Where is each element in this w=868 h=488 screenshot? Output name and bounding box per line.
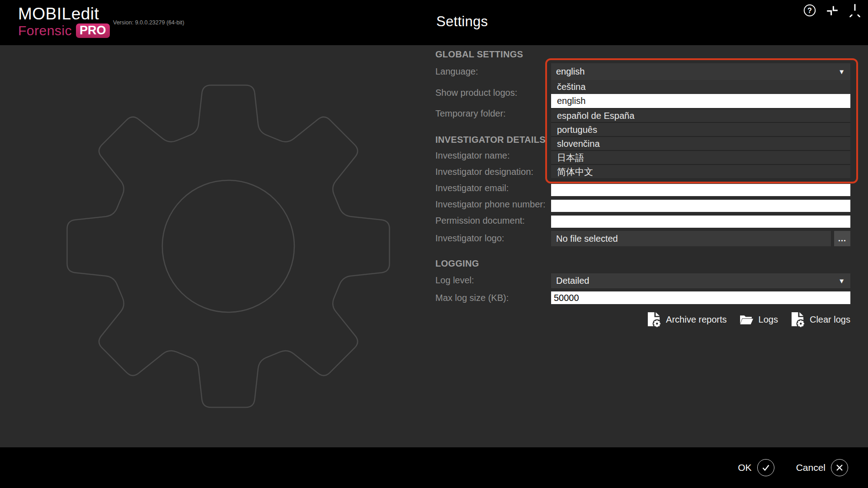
clear-logs-label: Clear logs (810, 314, 850, 325)
folder-icon (740, 314, 754, 325)
language-option[interactable]: español de España (551, 108, 850, 122)
power-icon (848, 4, 862, 17)
clear-logs-button[interactable]: Clear logs (791, 312, 850, 328)
top-bar: MOBILedit Forensic PRO Version: 9.0.0.23… (0, 0, 868, 45)
permission-document-label: Permission document: (435, 216, 525, 226)
language-option[interactable]: 日本語 (551, 150, 850, 164)
logs-button[interactable]: Logs (740, 314, 778, 325)
logs-label: Logs (759, 314, 778, 325)
language-option[interactable]: português (551, 122, 850, 136)
power-button[interactable] (848, 4, 862, 17)
ok-label: OK (738, 462, 751, 473)
dock-window-icon (826, 5, 838, 16)
log-level-dropdown[interactable]: Detailed ▼ (551, 273, 850, 288)
investigator-designation-label: Investigator designation: (435, 167, 533, 177)
logo-secondary: Forensic (18, 24, 72, 38)
svg-text:?: ? (807, 7, 812, 14)
chevron-down-icon: ▼ (838, 277, 845, 285)
page-title: Settings (436, 14, 488, 30)
investigator-email-field[interactable] (551, 184, 850, 196)
browse-button[interactable]: ... (834, 231, 850, 246)
investigator-email-label: Investigator email: (435, 183, 509, 193)
archive-reports-label: Archive reports (666, 314, 727, 325)
language-option[interactable]: slovenčina (551, 136, 850, 150)
logo-primary: MOBILedit (18, 5, 110, 22)
cancel-button[interactable]: Cancel (796, 459, 848, 476)
app-logo: MOBILedit Forensic PRO (18, 5, 110, 38)
investigator-logo-label: Investigator logo: (435, 233, 504, 244)
language-dropdown-value: english (556, 66, 838, 77)
document-gear-icon (647, 312, 661, 328)
permission-document-field[interactable] (551, 216, 850, 228)
cancel-label: Cancel (796, 462, 826, 473)
check-icon (757, 459, 774, 476)
temp-folder-label: Temporary folder: (435, 108, 506, 119)
chevron-down-icon: ▼ (838, 68, 845, 75)
gear-watermark (63, 81, 393, 411)
archive-reports-button[interactable]: Archive reports (647, 312, 727, 328)
investigator-logo-value: No file selected (556, 234, 618, 244)
global-settings-header: GLOBAL SETTINGS (435, 49, 523, 60)
ok-button[interactable]: OK (738, 459, 774, 476)
language-label: Language: (435, 66, 478, 77)
bottom-bar: OK Cancel (0, 447, 868, 488)
investigator-phone-field[interactable] (551, 200, 850, 212)
document-gear-icon (791, 312, 805, 328)
language-option[interactable]: 简体中文 (551, 164, 850, 178)
max-log-size-label: Max log size (KB): (435, 293, 509, 303)
log-level-value: Detailed (556, 276, 838, 286)
log-level-label: Log level: (435, 275, 474, 286)
investigator-phone-label: Investigator phone number: (435, 199, 546, 210)
close-icon (831, 459, 848, 476)
ellipsis-icon: ... (838, 234, 846, 244)
pro-badge: PRO (76, 23, 110, 38)
logging-header: LOGGING (435, 258, 479, 269)
investigator-logo-field[interactable]: No file selected (551, 231, 831, 246)
max-log-size-input[interactable] (551, 291, 850, 304)
help-button[interactable]: ? (803, 4, 816, 17)
dock-window-button[interactable] (826, 4, 839, 17)
language-option-list: češtinaenglishespañol de Españaportuguês… (551, 80, 850, 178)
version-text: Version: 9.0.0.23279 (64-bit) (113, 19, 184, 26)
language-option[interactable]: english (551, 94, 850, 108)
language-option[interactable]: čeština (551, 80, 850, 94)
investigator-details-header: INVESTIGATOR DETAILS (435, 135, 546, 145)
language-dropdown[interactable]: english ▼ (551, 63, 850, 80)
help-icon: ? (803, 4, 816, 17)
investigator-name-label: Investigator name: (435, 150, 510, 161)
show-logos-label: Show product logos: (435, 88, 517, 98)
